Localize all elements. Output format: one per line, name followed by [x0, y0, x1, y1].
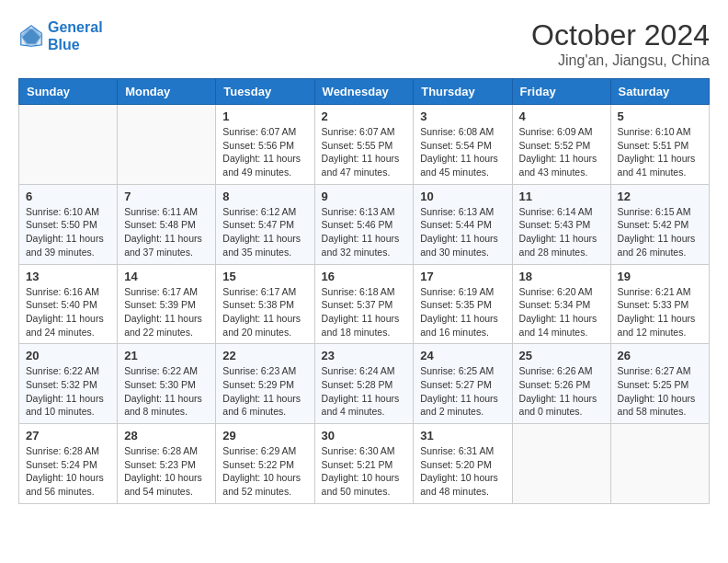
day-info: Sunrise: 6:23 AMSunset: 5:29 PMDaylight:…	[222, 364, 307, 419]
weekday-header-wednesday: Wednesday	[314, 79, 414, 105]
day-number: 20	[26, 349, 110, 362]
day-number: 26	[618, 349, 702, 362]
day-info: Sunrise: 6:17 AMSunset: 5:39 PMDaylight:…	[124, 285, 209, 339]
day-info: Sunrise: 6:31 AMSunset: 5:20 PMDaylight:…	[420, 444, 505, 499]
day-number: 11	[519, 190, 604, 203]
day-info: Sunrise: 6:18 AMSunset: 5:37 PMDaylight:…	[322, 285, 407, 339]
page-header: General Blue October 2024 Jing'an, Jiang…	[18, 18, 710, 69]
calendar-cell: 19Sunrise: 6:21 AMSunset: 5:33 PMDayligh…	[610, 264, 709, 344]
day-info: Sunrise: 6:08 AMSunset: 5:54 PMDaylight:…	[420, 125, 505, 179]
calendar-cell	[118, 105, 216, 185]
day-info: Sunrise: 6:22 AMSunset: 5:30 PMDaylight:…	[124, 364, 209, 419]
calendar-cell: 3Sunrise: 6:08 AMSunset: 5:54 PMDaylight…	[414, 105, 512, 185]
weekday-header-tuesday: Tuesday	[216, 79, 314, 105]
day-number: 23	[322, 349, 407, 362]
month-title: October 2024	[531, 18, 710, 52]
calendar-cell: 5Sunrise: 6:10 AMSunset: 5:51 PMDaylight…	[610, 105, 709, 185]
location: Jing'an, Jiangsu, China	[531, 52, 710, 69]
calendar-cell: 17Sunrise: 6:19 AMSunset: 5:35 PMDayligh…	[414, 264, 512, 344]
day-info: Sunrise: 6:11 AMSunset: 5:48 PMDaylight:…	[124, 205, 209, 259]
day-number: 17	[420, 270, 505, 283]
calendar-cell: 12Sunrise: 6:15 AMSunset: 5:42 PMDayligh…	[610, 184, 709, 264]
calendar-cell: 26Sunrise: 6:27 AMSunset: 5:25 PMDayligh…	[610, 344, 709, 424]
calendar-cell: 8Sunrise: 6:12 AMSunset: 5:47 PMDaylight…	[216, 184, 314, 264]
calendar-cell: 13Sunrise: 6:16 AMSunset: 5:40 PMDayligh…	[19, 264, 118, 344]
week-row-5: 27Sunrise: 6:28 AMSunset: 5:24 PMDayligh…	[19, 424, 710, 504]
day-info: Sunrise: 6:15 AMSunset: 5:42 PMDaylight:…	[618, 205, 702, 259]
calendar-cell: 23Sunrise: 6:24 AMSunset: 5:28 PMDayligh…	[314, 344, 414, 424]
day-info: Sunrise: 6:13 AMSunset: 5:44 PMDaylight:…	[420, 205, 505, 259]
day-number: 13	[26, 270, 110, 283]
logo: General Blue	[18, 18, 103, 53]
day-info: Sunrise: 6:28 AMSunset: 5:23 PMDaylight:…	[124, 444, 209, 499]
calendar-cell: 11Sunrise: 6:14 AMSunset: 5:43 PMDayligh…	[512, 184, 610, 264]
calendar-cell: 27Sunrise: 6:28 AMSunset: 5:24 PMDayligh…	[19, 424, 118, 504]
day-number: 5	[618, 109, 702, 123]
day-info: Sunrise: 6:17 AMSunset: 5:38 PMDaylight:…	[222, 285, 307, 339]
day-number: 24	[420, 349, 505, 362]
calendar-cell: 29Sunrise: 6:29 AMSunset: 5:22 PMDayligh…	[216, 424, 314, 504]
calendar-cell: 9Sunrise: 6:13 AMSunset: 5:46 PMDaylight…	[314, 184, 414, 264]
day-number: 4	[519, 109, 604, 123]
day-number: 8	[222, 190, 307, 203]
day-info: Sunrise: 6:29 AMSunset: 5:22 PMDaylight:…	[222, 444, 307, 499]
day-number: 14	[124, 270, 209, 283]
day-number: 25	[519, 349, 604, 362]
day-number: 28	[124, 429, 209, 442]
day-info: Sunrise: 6:20 AMSunset: 5:34 PMDaylight:…	[519, 285, 604, 339]
calendar-cell: 20Sunrise: 6:22 AMSunset: 5:32 PMDayligh…	[19, 344, 118, 424]
calendar-cell: 4Sunrise: 6:09 AMSunset: 5:52 PMDaylight…	[512, 105, 610, 185]
day-info: Sunrise: 6:21 AMSunset: 5:33 PMDaylight:…	[618, 285, 702, 339]
calendar-cell: 15Sunrise: 6:17 AMSunset: 5:38 PMDayligh…	[216, 264, 314, 344]
weekday-header-friday: Friday	[512, 79, 610, 105]
day-info: Sunrise: 6:26 AMSunset: 5:26 PMDaylight:…	[519, 364, 604, 419]
weekday-header-sunday: Sunday	[19, 79, 118, 105]
weekday-header-thursday: Thursday	[414, 79, 512, 105]
day-number: 7	[124, 190, 209, 203]
day-number: 1	[222, 109, 307, 123]
day-info: Sunrise: 6:27 AMSunset: 5:25 PMDaylight:…	[618, 364, 702, 419]
calendar-cell: 25Sunrise: 6:26 AMSunset: 5:26 PMDayligh…	[512, 344, 610, 424]
day-info: Sunrise: 6:07 AMSunset: 5:55 PMDaylight:…	[322, 125, 407, 179]
day-number: 2	[322, 109, 407, 123]
weekday-header-monday: Monday	[118, 79, 216, 105]
calendar-cell: 2Sunrise: 6:07 AMSunset: 5:55 PMDaylight…	[314, 105, 414, 185]
calendar: SundayMondayTuesdayWednesdayThursdayFrid…	[18, 78, 710, 504]
week-row-1: 1Sunrise: 6:07 AMSunset: 5:56 PMDaylight…	[19, 105, 710, 185]
day-number: 27	[26, 429, 110, 442]
calendar-cell: 7Sunrise: 6:11 AMSunset: 5:48 PMDaylight…	[118, 184, 216, 264]
day-number: 10	[420, 190, 505, 203]
weekday-header-row: SundayMondayTuesdayWednesdayThursdayFrid…	[19, 79, 710, 105]
day-info: Sunrise: 6:24 AMSunset: 5:28 PMDaylight:…	[322, 364, 407, 419]
day-info: Sunrise: 6:22 AMSunset: 5:32 PMDaylight:…	[26, 364, 110, 419]
day-info: Sunrise: 6:16 AMSunset: 5:40 PMDaylight:…	[26, 285, 110, 339]
day-info: Sunrise: 6:14 AMSunset: 5:43 PMDaylight:…	[519, 205, 604, 259]
calendar-cell	[19, 105, 118, 185]
day-info: Sunrise: 6:07 AMSunset: 5:56 PMDaylight:…	[222, 125, 307, 179]
day-number: 22	[222, 349, 307, 362]
day-info: Sunrise: 6:13 AMSunset: 5:46 PMDaylight:…	[322, 205, 407, 259]
calendar-cell: 24Sunrise: 6:25 AMSunset: 5:27 PMDayligh…	[414, 344, 512, 424]
calendar-cell: 30Sunrise: 6:30 AMSunset: 5:21 PMDayligh…	[314, 424, 414, 504]
calendar-cell: 21Sunrise: 6:22 AMSunset: 5:30 PMDayligh…	[118, 344, 216, 424]
day-info: Sunrise: 6:10 AMSunset: 5:51 PMDaylight:…	[618, 125, 702, 179]
logo-text: General Blue	[48, 18, 103, 53]
calendar-cell: 28Sunrise: 6:28 AMSunset: 5:23 PMDayligh…	[118, 424, 216, 504]
day-info: Sunrise: 6:12 AMSunset: 5:47 PMDaylight:…	[222, 205, 307, 259]
calendar-cell: 18Sunrise: 6:20 AMSunset: 5:34 PMDayligh…	[512, 264, 610, 344]
day-number: 19	[618, 270, 702, 283]
calendar-cell	[512, 424, 610, 504]
day-info: Sunrise: 6:28 AMSunset: 5:24 PMDaylight:…	[26, 444, 110, 499]
day-number: 6	[26, 190, 110, 203]
day-info: Sunrise: 6:09 AMSunset: 5:52 PMDaylight:…	[519, 125, 604, 179]
day-info: Sunrise: 6:19 AMSunset: 5:35 PMDaylight:…	[420, 285, 505, 339]
day-number: 16	[322, 270, 407, 283]
calendar-cell: 16Sunrise: 6:18 AMSunset: 5:37 PMDayligh…	[314, 264, 414, 344]
week-row-2: 6Sunrise: 6:10 AMSunset: 5:50 PMDaylight…	[19, 184, 710, 264]
logo-icon	[18, 23, 44, 49]
day-number: 12	[618, 190, 702, 203]
day-number: 3	[420, 109, 505, 123]
day-number: 9	[322, 190, 407, 203]
day-number: 31	[420, 429, 505, 442]
day-number: 29	[222, 429, 307, 442]
